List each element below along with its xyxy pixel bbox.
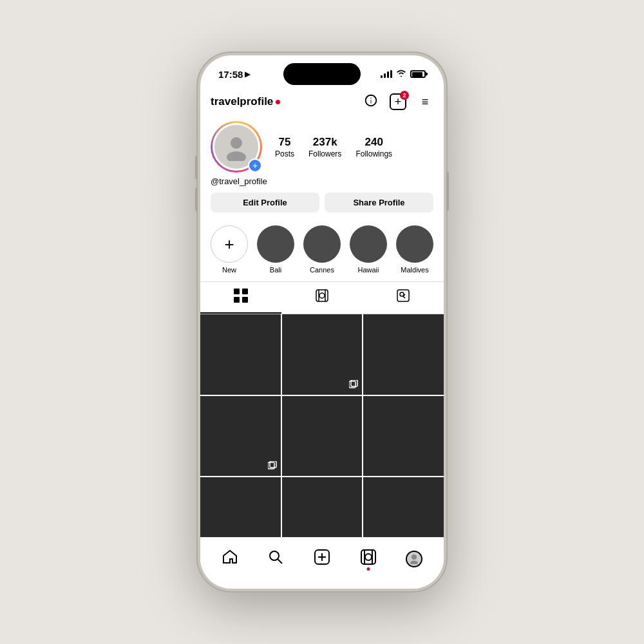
- highlight-hawaii[interactable]: Hawaii: [350, 225, 387, 274]
- grid-item-4[interactable]: [200, 396, 281, 477]
- highlights-row: + New Bali Cannes Hawaii Maldives: [200, 220, 444, 281]
- power-button[interactable]: [446, 172, 449, 211]
- highlight-bali[interactable]: Bali: [257, 225, 294, 274]
- volume-up-button[interactable]: [195, 156, 198, 179]
- svg-rect-5: [242, 297, 248, 303]
- highlight-cannes[interactable]: Cannes: [303, 225, 341, 274]
- volume-down-button[interactable]: [195, 188, 198, 211]
- username-text: travelprofile: [211, 95, 273, 108]
- add-post-button[interactable]: + 2: [390, 93, 406, 110]
- highlight-maldives[interactable]: Maldives: [396, 225, 433, 274]
- svg-point-27: [412, 554, 417, 560]
- reels-nav-item[interactable]: [353, 544, 384, 574]
- phone-device: 17:58 ▶: [196, 52, 448, 592]
- svg-rect-23: [361, 550, 375, 564]
- multi-post-icon-2: [349, 380, 358, 391]
- profile-top-row: + 75 Posts 237k Followers 240: [211, 121, 433, 173]
- tab-reels[interactable]: [281, 282, 363, 314]
- threads-button[interactable]: [363, 93, 379, 110]
- top-nav: travelprofile +: [200, 88, 444, 116]
- svg-point-0: [231, 137, 242, 149]
- nav-icons: + 2 ≡: [363, 93, 433, 110]
- photo-grid: [200, 314, 444, 558]
- maldives-label: Maldives: [401, 266, 428, 274]
- grid-tab-icon: [234, 289, 248, 306]
- hawaii-label: Hawaii: [357, 266, 379, 274]
- followings-count: 240: [365, 136, 383, 149]
- profile-nav-item[interactable]: [399, 544, 430, 574]
- svg-point-28: [410, 560, 418, 564]
- bottom-nav: [200, 537, 444, 589]
- multi-post-icon-4: [268, 461, 277, 472]
- new-highlight-circle: +: [211, 225, 248, 263]
- signal-bar-4: [390, 70, 392, 78]
- person-icon: [222, 133, 251, 161]
- create-nav-item[interactable]: [307, 544, 337, 574]
- content-tabs: [200, 281, 444, 314]
- profile-buttons: Edit Profile Share Profile: [211, 193, 433, 213]
- followers-stat[interactable]: 237k Followers: [308, 136, 341, 158]
- reels-tab-icon: [315, 289, 329, 306]
- bali-label: Bali: [270, 266, 281, 274]
- maldives-highlight-circle: [396, 225, 433, 263]
- svg-rect-6: [316, 290, 328, 301]
- svg-point-1: [227, 151, 246, 161]
- signal-bar-2: [384, 73, 386, 78]
- wifi-icon: [396, 70, 406, 79]
- status-time: 17:58 ▶: [218, 69, 250, 80]
- signal-bars-icon: [381, 70, 392, 78]
- grid-item-6[interactable]: [363, 396, 444, 477]
- hawaii-highlight-circle: [350, 225, 387, 263]
- followings-label: Followings: [355, 149, 392, 158]
- posts-count: 75: [279, 136, 291, 149]
- user-handle: @travel_profile: [211, 176, 433, 186]
- cannes-label: Cannes: [310, 266, 334, 274]
- posts-label: Posts: [275, 149, 294, 158]
- username-row: travelprofile: [211, 95, 280, 108]
- followings-stat[interactable]: 240 Followings: [355, 136, 392, 158]
- svg-point-18: [270, 551, 279, 560]
- stats-row: 75 Posts 237k Followers 240 Followings: [275, 136, 392, 158]
- svg-line-19: [278, 559, 283, 564]
- time-display: 17:58: [218, 69, 243, 80]
- dynamic-island: [283, 63, 361, 85]
- home-nav-item[interactable]: [214, 544, 245, 574]
- svg-point-24: [365, 554, 372, 560]
- phone-screen: 17:58 ▶: [200, 55, 444, 589]
- hamburger-icon: ≡: [422, 95, 429, 109]
- status-icons: [381, 70, 426, 79]
- location-arrow-icon: ▶: [245, 70, 250, 79]
- grid-item-2[interactable]: [282, 314, 363, 395]
- cannes-highlight-circle: [303, 225, 341, 263]
- create-icon: [314, 549, 330, 569]
- grid-item-5[interactable]: [282, 396, 363, 477]
- signal-bar-3: [387, 71, 389, 78]
- menu-button[interactable]: ≡: [417, 93, 433, 110]
- svg-point-7: [319, 293, 325, 298]
- svg-rect-4: [234, 297, 240, 303]
- highlight-new-label: New: [222, 266, 236, 274]
- notification-badge: 2: [400, 91, 409, 100]
- threads-icon: [364, 93, 378, 110]
- profile-thumb-icon: [406, 551, 422, 567]
- grid-item-1[interactable]: [200, 314, 281, 395]
- share-profile-button[interactable]: Share Profile: [325, 193, 433, 213]
- edit-profile-button[interactable]: Edit Profile: [211, 193, 319, 213]
- grid-item-3[interactable]: [363, 314, 444, 395]
- tab-tagged[interactable]: [363, 282, 444, 314]
- battery-icon: [410, 70, 426, 78]
- battery-fill: [412, 72, 422, 77]
- profile-section: + 75 Posts 237k Followers 240: [200, 116, 444, 220]
- tagged-tab-icon: [396, 289, 410, 306]
- search-nav-item[interactable]: [260, 544, 291, 574]
- highlight-new[interactable]: + New: [211, 225, 248, 274]
- avatar-wrapper: +: [211, 121, 262, 173]
- notification-dot: [276, 100, 280, 104]
- posts-stat: 75 Posts: [275, 136, 294, 158]
- reels-notification-dot: [366, 567, 370, 571]
- tab-grid[interactable]: [200, 282, 281, 314]
- svg-rect-3: [242, 289, 248, 294]
- bali-highlight-circle: [257, 225, 294, 263]
- signal-bar-1: [381, 75, 383, 78]
- add-story-button[interactable]: +: [248, 158, 262, 173]
